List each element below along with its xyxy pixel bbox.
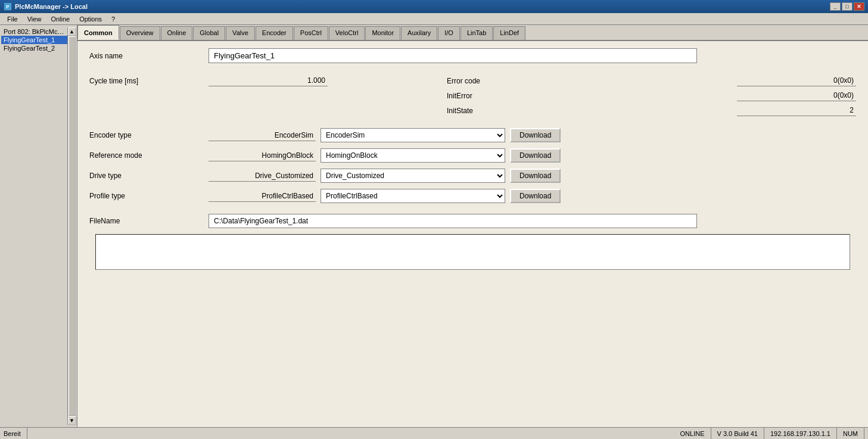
axis-name-value: FlyingGearTest_1 <box>209 48 697 63</box>
profile-type-row: Profile type ProfileCtrlBased ProfileCtr… <box>89 189 856 203</box>
reference-mode-row: Reference mode HomingOnBlock HomingOnBlo… <box>89 148 856 163</box>
cycle-time-section: Cycle time [ms] 1.000 <box>89 75 447 86</box>
sidebar-scrollbar: ▲ ▼ <box>67 27 76 425</box>
cycle-time-value: 1.000 <box>209 75 328 86</box>
profile-type-label: Profile type <box>89 192 209 200</box>
sidebar: Port 802: BkPlcMc Ad FlyingGearTest_1 Fl… <box>0 25 77 427</box>
tab-overview[interactable]: Overview <box>120 26 160 40</box>
sidebar-scroll-area: Port 802: BkPlcMc Ad FlyingGearTest_1 Fl… <box>1 27 76 425</box>
app-icon: P <box>4 2 12 11</box>
maximize-button[interactable]: □ <box>842 2 853 11</box>
tab-common[interactable]: Common <box>77 25 119 40</box>
reference-mode-label: Reference mode <box>89 151 209 160</box>
filename-value: C:\Data\FlyingGearTest_1.dat <box>209 214 697 228</box>
filename-row: FileName C:\Data\FlyingGearTest_1.dat <box>89 214 856 228</box>
status-version: V 3.0 Build 41 <box>711 428 765 439</box>
status-ready: Bereit <box>4 428 27 439</box>
tab-lintab[interactable]: LinTab <box>461 26 493 40</box>
axis-name-label: Axis name <box>89 52 209 60</box>
filename-label: FileName <box>89 217 209 225</box>
cycle-time-label: Cycle time [ms] <box>89 77 209 85</box>
encoder-download-button[interactable]: Download <box>510 128 561 142</box>
menu-options[interactable]: Options <box>74 14 107 24</box>
error-code-value: 0(0x0) <box>737 75 856 86</box>
init-state-value: 2 <box>737 105 856 116</box>
bottom-textarea[interactable] <box>95 234 850 270</box>
error-code-label: Error code <box>447 77 737 85</box>
close-button[interactable]: ✕ <box>854 2 864 11</box>
cycle-error-row: Cycle time [ms] 1.000 Error code 0(0x0) … <box>89 75 856 116</box>
encoder-type-select[interactable]: EncoderSim EncoderReal EncoderExternal <box>321 128 505 142</box>
drive-type-label: Drive type <box>89 172 209 180</box>
tab-veloctrl[interactable]: VeloCtrl <box>329 26 365 40</box>
error-section: Error code 0(0x0) InitError 0(0x0) InitS… <box>447 75 856 116</box>
encoder-type-row: Encoder type EncoderSim EncoderSim Encod… <box>89 128 856 142</box>
init-error-row: InitError 0(0x0) <box>447 90 856 101</box>
axis-name-row: Axis name FlyingGearTest_1 <box>89 48 856 63</box>
scroll-up-arrow[interactable]: ▲ <box>68 27 76 36</box>
scroll-thumb[interactable] <box>69 36 76 416</box>
window-title: PlcMcManager -> Local <box>15 3 830 10</box>
drive-type-row: Drive type Drive_Customized Drive_Custom… <box>89 169 856 183</box>
drive-type-select[interactable]: Drive_Customized Drive_Standard Drive_No… <box>321 169 505 183</box>
init-error-value: 0(0x0) <box>737 90 856 101</box>
init-state-label: InitState <box>447 107 737 115</box>
status-ip: 192.168.197.130.1.1 <box>764 428 837 439</box>
profile-type-current: ProfileCtrlBased <box>209 191 316 202</box>
menu-online[interactable]: Online <box>46 14 74 24</box>
encoder-type-label: Encoder type <box>89 131 209 139</box>
minimize-button[interactable]: _ <box>830 2 841 11</box>
content-area: Common Overview Online Global Valve Enco… <box>77 25 868 427</box>
profile-type-select[interactable]: ProfileCtrlBased ProfileTimeBased <box>321 189 505 203</box>
window-controls[interactable]: _ □ ✕ <box>830 2 864 11</box>
menu-view[interactable]: View <box>23 14 46 24</box>
tab-auxilary[interactable]: Auxilary <box>401 26 437 40</box>
scroll-down-arrow[interactable]: ▼ <box>68 416 76 425</box>
sidebar-item-axis2[interactable]: FlyingGearTest_2 <box>1 44 67 52</box>
init-state-row: InitState 2 <box>447 105 856 116</box>
reference-mode-select[interactable]: HomingOnBlock HomingOnRef HomingOnIndex <box>321 148 505 163</box>
tab-bar: Common Overview Online Global Valve Enco… <box>77 25 868 41</box>
reference-mode-current: HomingOnBlock <box>209 150 316 161</box>
profile-download-button[interactable]: Download <box>510 189 561 203</box>
tab-global[interactable]: Global <box>193 26 225 40</box>
main-container: Port 802: BkPlcMc Ad FlyingGearTest_1 Fl… <box>0 25 868 427</box>
menu-help[interactable]: ? <box>107 14 120 24</box>
sidebar-item-port[interactable]: Port 802: BkPlcMc Ad <box>1 27 67 36</box>
init-error-label: InitError <box>447 92 737 100</box>
error-code-row: Error code 0(0x0) <box>447 75 856 86</box>
statusbar: Bereit ONLINE V 3.0 Build 41 192.168.197… <box>0 427 868 439</box>
menu-file[interactable]: File <box>2 14 23 24</box>
tab-online[interactable]: Online <box>161 26 193 40</box>
titlebar: P PlcMcManager -> Local _ □ ✕ <box>0 0 868 13</box>
drive-type-current: Drive_Customized <box>209 170 316 182</box>
tab-encoder[interactable]: Encoder <box>256 26 293 40</box>
menubar: File View Online Options ? <box>0 13 868 25</box>
drive-download-button[interactable]: Download <box>510 169 561 183</box>
sidebar-item-axis1[interactable]: FlyingGearTest_1 <box>1 36 67 44</box>
tab-valve[interactable]: Valve <box>226 26 255 40</box>
sidebar-content: Port 802: BkPlcMc Ad FlyingGearTest_1 Fl… <box>1 27 67 425</box>
tab-io[interactable]: I/O <box>438 26 460 40</box>
reference-download-button[interactable]: Download <box>510 148 561 163</box>
status-connection: ONLINE <box>674 428 711 439</box>
tab-lindef[interactable]: LinDef <box>493 26 525 40</box>
tab-monitor[interactable]: Monitor <box>365 26 400 40</box>
tab-posctrl[interactable]: PosCtrl <box>294 26 328 40</box>
form-area: Axis name FlyingGearTest_1 Cycle time [m… <box>77 41 868 427</box>
status-num: NUM <box>837 428 864 439</box>
encoder-type-current: EncoderSim <box>209 130 316 141</box>
